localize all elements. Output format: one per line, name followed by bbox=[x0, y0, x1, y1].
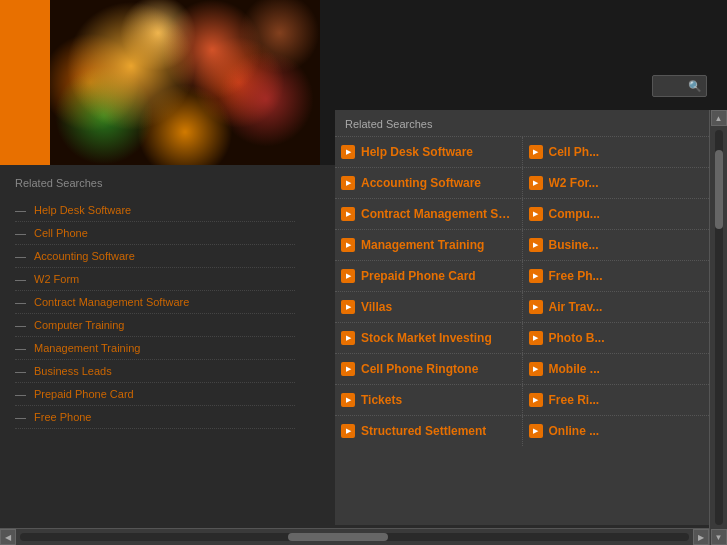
panel-link-label: W2 For... bbox=[549, 176, 599, 190]
scroll-right-button[interactable]: ▶ bbox=[693, 529, 709, 545]
sidebar-item-management[interactable]: — Management Training bbox=[15, 337, 295, 360]
panel-cell-photo[interactable]: Photo B... bbox=[523, 323, 710, 353]
sidebar-item-free-phone[interactable]: — Free Phone bbox=[15, 406, 295, 429]
left-sidebar: Related Searches — Help Desk Software — … bbox=[0, 165, 310, 525]
arrow-icon bbox=[529, 269, 543, 283]
panel-link-label: Management Training bbox=[361, 238, 484, 252]
sidebar-item-computer[interactable]: — Computer Training bbox=[15, 314, 295, 337]
horizontal-scrollbar[interactable]: ◀ ▶ bbox=[0, 528, 709, 545]
panel-link-label: Photo B... bbox=[549, 331, 605, 345]
panel-cell-mgmt[interactable]: Management Training bbox=[335, 230, 523, 260]
arrow-icon bbox=[529, 393, 543, 407]
arrow-icon bbox=[529, 362, 543, 376]
panel-link-label: Villas bbox=[361, 300, 392, 314]
panel-cell-settlement[interactable]: Structured Settlement bbox=[335, 416, 523, 446]
arrow-icon: — bbox=[15, 204, 26, 216]
scrollbar-track-h[interactable] bbox=[20, 533, 689, 541]
arrow-icon bbox=[529, 145, 543, 159]
sidebar-link-label: Help Desk Software bbox=[34, 204, 131, 216]
panel-cell-tickets[interactable]: Tickets bbox=[335, 385, 523, 415]
arrow-icon bbox=[529, 331, 543, 345]
sidebar-item-accounting[interactable]: — Accounting Software bbox=[15, 245, 295, 268]
main-panel: Related Searches Help Desk Software Cell… bbox=[335, 110, 709, 525]
panel-link-label: Cell Ph... bbox=[549, 145, 600, 159]
panel-link-label: Prepaid Phone Card bbox=[361, 269, 476, 283]
panel-cell-accounting[interactable]: Accounting Software bbox=[335, 168, 523, 198]
sidebar-link-label: Accounting Software bbox=[34, 250, 135, 262]
panel-link-label: Air Trav... bbox=[549, 300, 603, 314]
sidebar-title: Related Searches bbox=[15, 177, 295, 189]
panel-row: Help Desk Software Cell Ph... bbox=[335, 136, 709, 167]
panel-row: Structured Settlement Online ... bbox=[335, 415, 709, 446]
arrow-icon bbox=[341, 393, 355, 407]
sidebar-link-label: Management Training bbox=[34, 342, 140, 354]
sidebar-link-label: Computer Training bbox=[34, 319, 125, 331]
sidebar-item-business[interactable]: — Business Leads bbox=[15, 360, 295, 383]
panel-cell-contract[interactable]: Contract Management Software bbox=[335, 199, 523, 229]
panel-cell-ringtone[interactable]: Cell Phone Ringtone bbox=[335, 354, 523, 384]
arrow-icon bbox=[341, 176, 355, 190]
panel-cell-prepaid[interactable]: Prepaid Phone Card bbox=[335, 261, 523, 291]
panel-row: Tickets Free Ri... bbox=[335, 384, 709, 415]
panel-cell-air-trav[interactable]: Air Trav... bbox=[523, 292, 710, 322]
bokeh-image bbox=[50, 0, 320, 165]
panel-row: Contract Management Software Compu... bbox=[335, 198, 709, 229]
panel-link-label: Busine... bbox=[549, 238, 599, 252]
sidebar-link-label: Business Leads bbox=[34, 365, 112, 377]
arrow-icon bbox=[341, 424, 355, 438]
panel-row: Villas Air Trav... bbox=[335, 291, 709, 322]
panel-row: Management Training Busine... bbox=[335, 229, 709, 260]
scroll-left-button[interactable]: ◀ bbox=[0, 529, 16, 545]
panel-link-label: Compu... bbox=[549, 207, 600, 221]
panel-link-label: Free Ph... bbox=[549, 269, 603, 283]
arrow-icon: — bbox=[15, 342, 26, 354]
arrow-icon: — bbox=[15, 296, 26, 308]
sidebar-link-label: Contract Management Software bbox=[34, 296, 189, 308]
sidebar-link-label: Free Phone bbox=[34, 411, 91, 423]
sidebar-link-label: Cell Phone bbox=[34, 227, 88, 239]
panel-cell-w2[interactable]: W2 For... bbox=[523, 168, 710, 198]
scrollbar-track-v[interactable] bbox=[715, 130, 723, 525]
sidebar-item-contract[interactable]: — Contract Management Software bbox=[15, 291, 295, 314]
panel-link-label: Cell Phone Ringtone bbox=[361, 362, 478, 376]
sidebar-link-label: Prepaid Phone Card bbox=[34, 388, 134, 400]
panel-row: Stock Market Investing Photo B... bbox=[335, 322, 709, 353]
panel-link-label: Structured Settlement bbox=[361, 424, 486, 438]
arrow-icon bbox=[341, 331, 355, 345]
vertical-scrollbar[interactable]: ▲ ▼ bbox=[709, 110, 727, 545]
search-icon: 🔍 bbox=[688, 80, 702, 93]
panel-link-label: Stock Market Investing bbox=[361, 331, 492, 345]
sidebar-item-w2[interactable]: — W2 Form bbox=[15, 268, 295, 291]
panel-cell-busine[interactable]: Busine... bbox=[523, 230, 710, 260]
scrollbar-thumb-v[interactable] bbox=[715, 150, 723, 229]
panel-link-label: Free Ri... bbox=[549, 393, 600, 407]
panel-cell-free-ph[interactable]: Free Ph... bbox=[523, 261, 710, 291]
panel-cell-mobile[interactable]: Mobile ... bbox=[523, 354, 710, 384]
scroll-up-button[interactable]: ▲ bbox=[711, 110, 727, 126]
sidebar-item-prepaid[interactable]: — Prepaid Phone Card bbox=[15, 383, 295, 406]
arrow-icon: — bbox=[15, 388, 26, 400]
arrow-icon bbox=[341, 300, 355, 314]
sidebar-item-cell-phone[interactable]: — Cell Phone bbox=[15, 222, 295, 245]
arrow-icon bbox=[529, 424, 543, 438]
arrow-icon bbox=[341, 145, 355, 159]
panel-cell-villas[interactable]: Villas bbox=[335, 292, 523, 322]
scrollbar-thumb-h[interactable] bbox=[288, 533, 388, 541]
panel-cell-free-ri[interactable]: Free Ri... bbox=[523, 385, 710, 415]
panel-cell-stock[interactable]: Stock Market Investing bbox=[335, 323, 523, 353]
arrow-icon bbox=[529, 176, 543, 190]
arrow-icon bbox=[529, 207, 543, 221]
panel-cell-cell-ph[interactable]: Cell Ph... bbox=[523, 137, 710, 167]
arrow-icon: — bbox=[15, 319, 26, 331]
panel-link-label: Contract Management Software bbox=[361, 207, 516, 221]
panel-cell-online[interactable]: Online ... bbox=[523, 416, 710, 446]
arrow-icon bbox=[341, 207, 355, 221]
panel-cell-compu[interactable]: Compu... bbox=[523, 199, 710, 229]
arrow-icon bbox=[341, 269, 355, 283]
search-box[interactable]: 🔍 bbox=[652, 75, 707, 97]
panel-cell-help-desk[interactable]: Help Desk Software bbox=[335, 137, 523, 167]
arrow-icon: — bbox=[15, 365, 26, 377]
panel-row: Cell Phone Ringtone Mobile ... bbox=[335, 353, 709, 384]
sidebar-item-help-desk[interactable]: — Help Desk Software bbox=[15, 199, 295, 222]
scroll-down-button[interactable]: ▼ bbox=[711, 529, 727, 545]
